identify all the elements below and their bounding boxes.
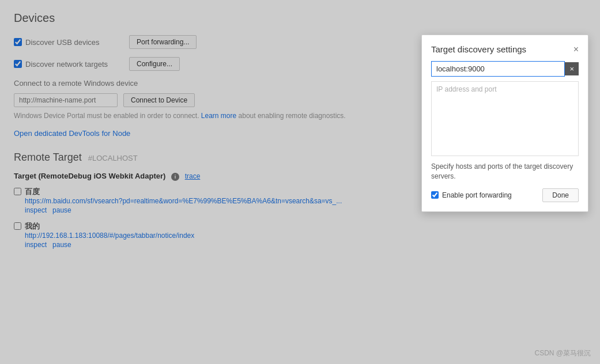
enable-forwarding-checkbox[interactable] (431, 191, 439, 199)
modal-ip-placeholder: IP address and port (436, 85, 497, 93)
modal-dialog: Target discovery settings × × IP address… (421, 35, 588, 212)
watermark: CSDN @菜马很沉 (534, 348, 591, 358)
modal-input-row: × (431, 61, 579, 77)
done-button[interactable]: Done (542, 188, 579, 202)
enable-forwarding-label[interactable]: Enable port forwarding (431, 191, 512, 199)
modal-list-area[interactable]: IP address and port (431, 81, 579, 156)
modal-clear-button[interactable]: × (565, 62, 579, 75)
modal-address-input[interactable] (431, 61, 565, 77)
modal-footer: Enable port forwarding Done (431, 188, 579, 202)
modal-title: Target discovery settings (431, 44, 526, 54)
modal-close-button[interactable]: × (573, 45, 579, 54)
modal-description: Specify hosts and ports of the target di… (431, 162, 579, 181)
modal-header: Target discovery settings × (431, 44, 579, 54)
modal-overlay: Target discovery settings × × IP address… (0, 0, 600, 364)
